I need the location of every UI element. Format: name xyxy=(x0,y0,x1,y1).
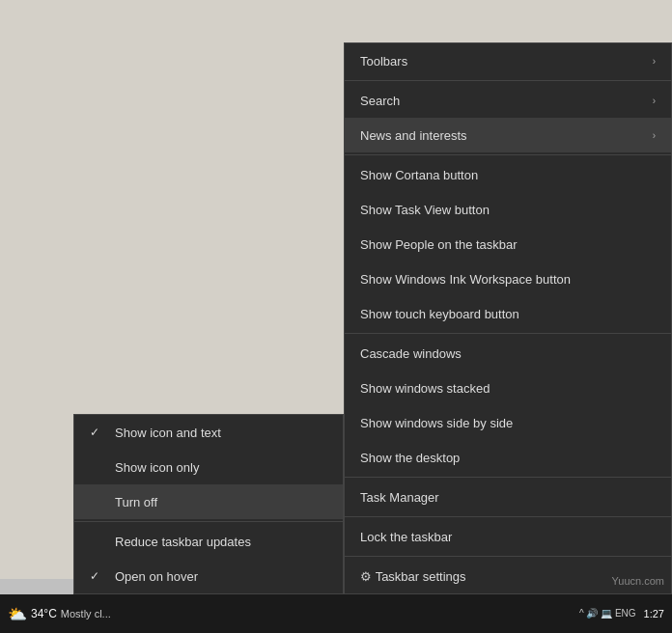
taskbar: ⛅ 34°C Mostly cl... ^ 🔊 💻 ENG 1:27 xyxy=(0,594,672,633)
menu-divider-1 xyxy=(345,80,671,81)
taskbar-clock: 1:27 xyxy=(644,607,664,620)
menu-item-show-people[interactable]: Show People on the taskbar xyxy=(345,227,671,261)
sub-context-menu: ✓ Show icon and text Show icon only Turn… xyxy=(73,414,344,594)
gear-icon: ⚙ xyxy=(360,569,372,584)
weather-temperature: 34°C xyxy=(31,607,57,620)
menu-item-lock-taskbar[interactable]: Lock the taskbar xyxy=(345,519,671,554)
sub-item-open-hover[interactable]: ✓ Open on hover xyxy=(74,559,343,593)
menu-item-news-interests[interactable]: News and interests › xyxy=(345,118,671,152)
watermark: Yuucn.com xyxy=(612,575,664,587)
menu-item-windows-stacked[interactable]: Show windows stacked xyxy=(345,371,671,405)
menu-item-search[interactable]: Search › xyxy=(345,83,671,118)
taskbar-right-area: ^ 🔊 💻 ENG 1:27 xyxy=(579,607,664,620)
menu-item-show-keyboard[interactable]: Show touch keyboard button xyxy=(345,296,671,331)
weather-description: Mostly cl... xyxy=(61,608,111,619)
check-icon: ✓ xyxy=(90,569,105,583)
menu-item-cascade[interactable]: Cascade windows xyxy=(345,336,671,371)
taskbar-system-icons: ^ 🔊 💻 ENG xyxy=(579,608,636,619)
menu-divider-4 xyxy=(345,477,671,478)
menu-item-show-cortana[interactable]: Show Cortana button xyxy=(345,157,671,192)
menu-divider-5 xyxy=(345,516,671,517)
sub-item-show-icon-text[interactable]: ✓ Show icon and text xyxy=(74,415,343,450)
menu-item-show-task-view[interactable]: Show Task View button xyxy=(345,192,671,227)
sub-item-reduce-updates[interactable]: Reduce taskbar updates xyxy=(74,524,343,559)
menu-item-task-manager[interactable]: Task Manager xyxy=(345,480,671,514)
main-context-menu: Toolbars › Search › News and interests ›… xyxy=(344,42,672,594)
arrow-icon: › xyxy=(653,56,656,67)
weather-icon: ⛅ xyxy=(8,605,27,623)
check-icon: ✓ xyxy=(90,426,105,439)
menu-item-show-desktop[interactable]: Show the desktop xyxy=(345,440,671,475)
menu-item-toolbars[interactable]: Toolbars › xyxy=(345,43,671,78)
menu-item-show-ink[interactable]: Show Windows Ink Workspace button xyxy=(345,261,671,296)
arrow-icon: › xyxy=(653,96,656,106)
menu-divider-3 xyxy=(345,333,671,334)
arrow-icon: › xyxy=(653,130,656,141)
taskbar-weather: ⛅ 34°C Mostly cl... xyxy=(8,605,111,623)
menu-divider-2 xyxy=(345,154,671,155)
sub-item-turn-off[interactable]: Turn off xyxy=(74,484,343,519)
menu-divider-6 xyxy=(345,556,671,557)
menu-item-windows-side[interactable]: Show windows side by side xyxy=(345,405,671,440)
sub-item-show-icon-only[interactable]: Show icon only xyxy=(74,450,343,484)
sub-divider-1 xyxy=(74,521,343,522)
